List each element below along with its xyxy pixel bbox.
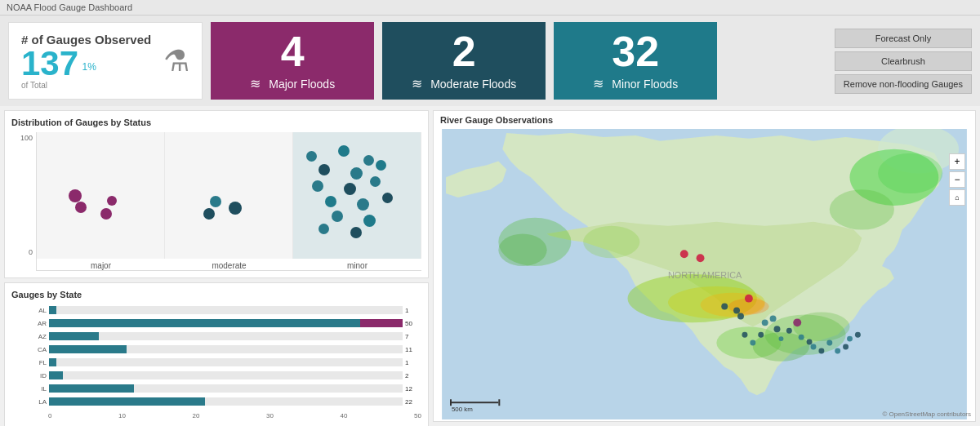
map-area[interactable]: NORTH AMERICA	[434, 129, 975, 419]
bar-fill-minor	[49, 319, 360, 327]
zoom-out-button[interactable]: −	[949, 171, 965, 188]
remove-nonflooding-button[interactable]: Remove non-flooding Gauges	[835, 74, 972, 94]
svg-point-36	[758, 332, 764, 338]
moderate-label-text: Moderate Floods	[430, 78, 516, 91]
svg-point-18	[830, 189, 894, 229]
y-label-100: 100	[20, 134, 33, 142]
svg-point-32	[807, 339, 813, 345]
clearbrush-button[interactable]: Clearbrush	[835, 51, 972, 71]
svg-point-33	[811, 344, 817, 350]
map-svg: NORTH AMERICA	[434, 129, 975, 419]
dot-plot-yaxis: 100 0	[11, 132, 36, 271]
app-title: NOAA Flood Gauge Dashboard	[7, 2, 132, 12]
major-floods-card: 4 ≋ Major Floods	[211, 22, 374, 100]
bar-row: ID 2	[32, 370, 421, 381]
bar-track	[49, 332, 403, 340]
minor-label-text: Minor Floods	[612, 78, 678, 91]
stats-row: # of Gauges Observed 137 1% of Total ⚗ 4…	[0, 16, 980, 106]
svg-point-6	[878, 153, 942, 193]
bar-value: 11	[405, 346, 421, 353]
svg-point-25	[733, 308, 740, 314]
map-nav: + − ⌂	[949, 153, 965, 206]
map-attribution: © OpenStreetMap contributors	[882, 410, 971, 418]
svg-point-37	[750, 340, 755, 346]
bar-row: AZ 7	[32, 331, 421, 342]
moderate-floods-card: 2 ≋ Moderate Floods	[382, 22, 546, 100]
svg-point-41	[847, 336, 853, 342]
bar-track	[49, 371, 403, 379]
svg-rect-46	[498, 399, 500, 406]
waves-icon-minor: ≋	[593, 77, 604, 91]
waves-icon-major: ≋	[250, 77, 261, 91]
left-panel: Distribution of Gauges by Status 100 0	[0, 106, 433, 426]
bar-xaxis: 0 10 20 30 40 50	[48, 410, 421, 419]
bar-fill-major	[360, 319, 403, 327]
dot-plot: 100 0 major	[11, 132, 421, 271]
svg-point-35	[826, 340, 832, 346]
gauge-beaker-icon: ⚗	[163, 44, 189, 78]
svg-point-34	[818, 348, 824, 353]
svg-point-22	[745, 295, 753, 303]
major-col-label: major	[91, 259, 111, 270]
bar-rows: AL 1 AR 50 AZ 7 CA	[32, 304, 421, 409]
bar-chart-area: AL 1 AR 50 AZ 7 CA	[11, 304, 421, 423]
svg-point-30	[786, 328, 792, 334]
bar-fill-minor	[49, 371, 63, 379]
bar-value: 50	[405, 320, 421, 327]
bar-fill-minor	[49, 384, 134, 393]
bar-track	[49, 397, 403, 406]
bar-value: 1	[405, 307, 421, 314]
bar-value: 1	[405, 359, 421, 366]
dot-column-moderate-bg	[165, 132, 293, 259]
gauges-pct: 1%	[82, 60, 96, 72]
dot-plot-container: Distribution of Gauges by Status 100 0	[4, 110, 429, 278]
svg-point-26	[737, 313, 744, 319]
gauges-count: 137	[21, 44, 78, 82]
svg-point-23	[793, 318, 801, 326]
bar-track	[49, 384, 403, 393]
gauges-card: # of Gauges Observed 137 1% of Total ⚗	[8, 22, 203, 100]
zoom-in-button[interactable]: +	[949, 153, 965, 170]
svg-point-27	[762, 319, 768, 326]
bar-row: CA 11	[32, 344, 421, 355]
dot-column-minor: minor	[293, 132, 421, 270]
bar-row: AR 50	[32, 317, 421, 329]
bar-value: 12	[405, 385, 421, 393]
bar-value: 7	[405, 333, 421, 340]
main-content: Distribution of Gauges by Status 100 0	[0, 106, 980, 426]
svg-point-20	[680, 250, 688, 258]
bar-state-label: AZ	[32, 333, 47, 340]
svg-text:500 km: 500 km	[452, 406, 473, 413]
major-label-text: Major Floods	[269, 78, 335, 91]
bar-state-label: ID	[32, 372, 47, 379]
moderate-label: ≋ Moderate Floods	[412, 76, 516, 91]
forecast-only-button[interactable]: Forecast Only	[835, 29, 972, 48]
minor-col-label: minor	[347, 259, 368, 270]
bar-state-label: IL	[32, 385, 47, 393]
dot-column-moderate: moderate	[165, 132, 293, 270]
bar-fill-minor	[49, 332, 99, 340]
major-label: ≋ Major Floods	[250, 76, 335, 91]
bar-state-label: AR	[32, 320, 47, 327]
svg-point-31	[799, 335, 804, 340]
dot-column-major-bg	[37, 132, 165, 259]
bar-row: IL 12	[32, 383, 421, 394]
svg-point-42	[855, 332, 861, 338]
dot-plot-area: major moderate	[36, 132, 421, 271]
action-buttons: Forecast Only Clearbrush Remove non-floo…	[835, 22, 972, 100]
map-container: River Gauge Observations	[433, 110, 976, 422]
svg-rect-44	[450, 402, 498, 403]
svg-text:NORTH AMERICA: NORTH AMERICA	[668, 270, 742, 280]
bar-fill-minor	[49, 345, 127, 353]
svg-point-40	[843, 344, 849, 350]
gauges-info: # of Gauges Observed 137 1% of Total	[21, 33, 151, 90]
bar-chart-title: Gauges by State	[11, 290, 421, 300]
bar-chart-container: Gauges by State AL 1 AR 50 AZ	[4, 282, 429, 426]
bar-row: AL 1	[32, 304, 421, 316]
svg-rect-45	[450, 399, 452, 406]
bar-track	[49, 306, 403, 314]
home-button[interactable]: ⌂	[949, 189, 965, 206]
bar-row: LA 22	[32, 396, 421, 407]
svg-point-14	[498, 234, 546, 267]
moderate-col-label: moderate	[212, 259, 246, 270]
